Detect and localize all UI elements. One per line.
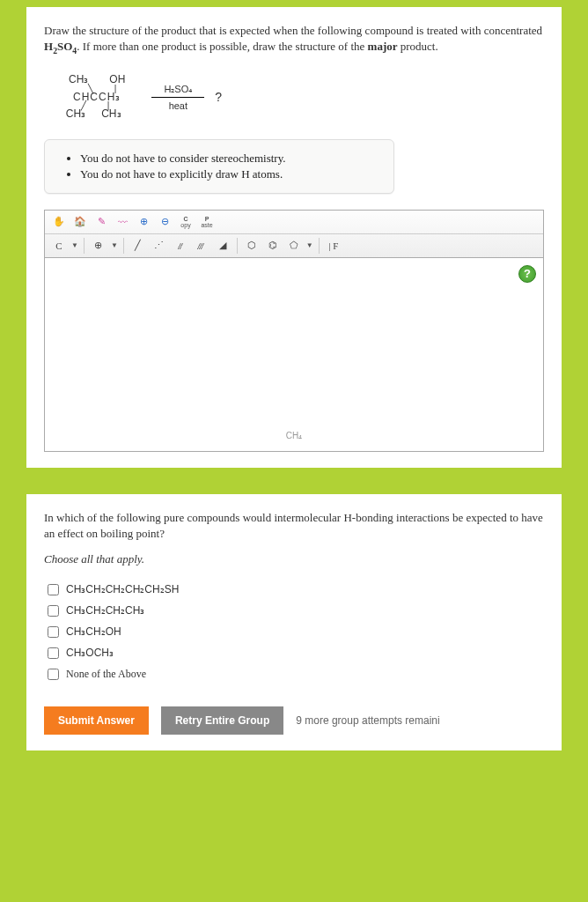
product-placeholder: ? bbox=[215, 91, 222, 104]
label-ch3-tl: CH₃ bbox=[69, 74, 88, 85]
paste-button[interactable]: Paste bbox=[198, 213, 216, 231]
dropdown-icon[interactable]: ▼ bbox=[71, 241, 78, 249]
toolbar-row-1: ✋ 🏠 ✎ 〰 ⊕ ⊖ Copy Paste bbox=[45, 211, 543, 234]
drawing-toolbar: ✋ 🏠 ✎ 〰 ⊕ ⊖ Copy Paste C ▼ ⊕ ▼ ╱ ⋰ ⫽ ⫻ ◢… bbox=[44, 210, 544, 258]
choice-item[interactable]: CH₃CH₂CH₂CH₂CH₂SH bbox=[48, 579, 544, 600]
reagent-top: H₂SO₄ bbox=[164, 84, 192, 94]
choice-checkbox[interactable] bbox=[48, 584, 59, 595]
choice-item[interactable]: CH₃CH₂OH bbox=[48, 621, 544, 642]
notes-box: You do not have to consider stereochemis… bbox=[44, 139, 394, 194]
label-ch3-b: CH₃ bbox=[101, 108, 121, 120]
home-icon[interactable]: 🏠 bbox=[71, 213, 89, 231]
canvas-formula-label: CH₄ bbox=[286, 431, 302, 440]
help-button[interactable]: ? bbox=[518, 265, 536, 283]
choice-item[interactable]: CH₃OCH₃ bbox=[48, 642, 544, 663]
arrow-line bbox=[151, 97, 204, 98]
separator bbox=[123, 238, 124, 254]
label-oh: OH bbox=[109, 74, 125, 85]
choices-list: CH₃CH₂CH₂CH₂CH₂SH CH₃CH₂CH₂CH₃ CH₃CH₂OH … bbox=[48, 579, 544, 685]
dropdown-icon[interactable]: ▼ bbox=[306, 241, 313, 249]
choice-checkbox[interactable] bbox=[48, 626, 59, 638]
bond-char: | bbox=[114, 86, 117, 92]
bond-char: ╲ bbox=[88, 86, 93, 92]
element-c-button[interactable]: C bbox=[50, 237, 68, 255]
bond-add-icon[interactable]: ⊕ bbox=[90, 237, 107, 255]
ring-pentagon-icon[interactable]: ⬠ bbox=[285, 237, 303, 255]
charge-button[interactable]: | F bbox=[325, 237, 342, 255]
separator bbox=[237, 238, 238, 254]
reaction-arrow: H₂SO₄ heat bbox=[151, 84, 204, 111]
action-row: Submit Answer Retry Entire Group 9 more … bbox=[44, 706, 544, 735]
bond-triple-icon[interactable]: ⫻ bbox=[193, 237, 210, 255]
note-item: You do not have to explicitly draw H ato… bbox=[80, 166, 376, 182]
choice-label: CH₃CH₂OH bbox=[66, 625, 121, 638]
retry-button[interactable]: Retry Entire Group bbox=[161, 706, 283, 735]
choice-label: CH₃CH₂CH₂CH₃ bbox=[66, 604, 144, 617]
bond-wedge-icon[interactable]: ◢ bbox=[214, 237, 232, 255]
hand-icon[interactable]: ✋ bbox=[50, 213, 68, 231]
pencil-icon[interactable]: ✎ bbox=[92, 213, 110, 231]
bond-dotted-icon[interactable]: ⋰ bbox=[151, 237, 168, 255]
label-ch3-bl: CH₃ bbox=[66, 108, 85, 120]
q2-instruction: Choose all that apply. bbox=[44, 552, 544, 566]
attempts-remaining: 9 more group attempts remaini bbox=[296, 714, 439, 727]
separator bbox=[319, 238, 320, 254]
choice-checkbox[interactable] bbox=[48, 605, 59, 617]
lasso-icon[interactable]: 〰 bbox=[114, 213, 131, 231]
choice-label: CH₃CH₂CH₂CH₂CH₂SH bbox=[66, 583, 179, 595]
question-card-1: Draw the structure of the product that i… bbox=[26, 7, 562, 468]
q2-prompt: In which of the following pure compounds… bbox=[44, 510, 544, 542]
reagent-bottom: heat bbox=[169, 100, 187, 111]
ring-benzene-icon[interactable]: ⌬ bbox=[264, 237, 282, 255]
q1-prompt: Draw the structure of the product that i… bbox=[44, 23, 544, 56]
choice-label: CH₃OCH₃ bbox=[66, 647, 114, 659]
bond-single-icon[interactable]: ╱ bbox=[129, 237, 147, 255]
choice-item[interactable]: None of the Above bbox=[48, 663, 544, 685]
dropdown-icon[interactable]: ▼ bbox=[111, 241, 118, 249]
zoom-in-icon[interactable]: ⊕ bbox=[135, 213, 152, 231]
zoom-out-icon[interactable]: ⊖ bbox=[156, 213, 173, 231]
note-item: You do not have to consider stereochemis… bbox=[80, 151, 376, 166]
toolbar-row-2: C ▼ ⊕ ▼ ╱ ⋰ ⫽ ⫻ ◢ ⬡ ⌬ ⬠ ▼ | F bbox=[45, 234, 543, 257]
separator bbox=[84, 238, 85, 254]
copy-button[interactable]: Copy bbox=[177, 213, 195, 231]
choice-checkbox[interactable] bbox=[48, 647, 59, 659]
bond-double-icon[interactable]: ⫽ bbox=[172, 237, 189, 255]
choice-label: None of the Above bbox=[66, 668, 146, 681]
reaction-structure: CH₃ OH ╲ | CHCCH₃ ╱ | CH₃ CH₃ H₂SO₄ bbox=[44, 67, 544, 132]
choice-checkbox[interactable] bbox=[48, 669, 59, 680]
drawing-canvas[interactable]: ? CH₄ bbox=[44, 258, 544, 452]
ring-hexagon-icon[interactable]: ⬡ bbox=[243, 237, 261, 255]
question-card-2: In which of the following pure compounds… bbox=[26, 494, 562, 750]
choice-item[interactable]: CH₃CH₂CH₂CH₃ bbox=[48, 600, 544, 621]
submit-button[interactable]: Submit Answer bbox=[44, 706, 149, 735]
